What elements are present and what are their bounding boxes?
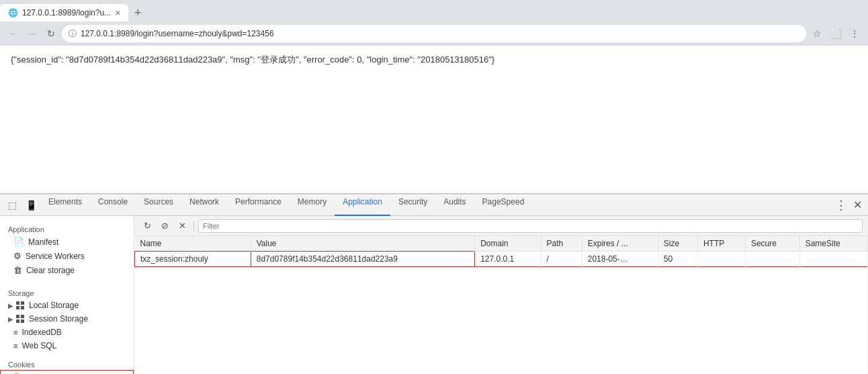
devtools-panel: ⬚ 📱 Elements Console Sources Network Per…: [0, 194, 868, 374]
tab-memory[interactable]: Memory: [290, 194, 335, 216]
sidebar-item-session-storage[interactable]: ▶ Session Storage: [0, 312, 134, 326]
refresh-cookies-button[interactable]: ↻: [140, 219, 155, 233]
col-header-domain: Domain: [475, 236, 541, 252]
back-button[interactable]: ←: [5, 26, 21, 42]
sidebar-item-service-workers[interactable]: ⚙ Service Workers: [0, 249, 134, 263]
cookie-value-cell: 8d7d0789f14b354d22d36811dad223a9: [251, 252, 474, 267]
tab-title: 127.0.0.1:8989/login?u...: [22, 8, 111, 17]
manifest-icon: 📄: [13, 237, 24, 247]
cookies-table: Name Value Domain Path Expires / ... Siz…: [134, 236, 868, 374]
sidebar-item-clear-storage-label: Clear storage: [26, 266, 75, 275]
toolbar-separator: [193, 221, 194, 231]
sidebar-item-cookies-url[interactable]: 🍪 http://127.0.0.1:8989: [0, 370, 134, 374]
session-storage-expand-icon: ▶: [8, 315, 13, 323]
cookie-secure-cell: [745, 252, 799, 267]
page-json-output: {"session_id": "8d7d0789f14b354d22d36811…: [11, 54, 494, 65]
active-tab[interactable]: 🌐 127.0.0.1:8989/login?u... ×: [0, 4, 128, 22]
refresh-button[interactable]: ↻: [43, 26, 59, 42]
table-row-empty: [135, 267, 868, 375]
cookies-section-title: Cookies: [0, 357, 134, 370]
devtools-body: Application 📄 Manifest ⚙ Service Workers…: [0, 216, 868, 374]
page-content-area: {"session_id": "8d7d0789f14b354d22d36811…: [0, 46, 868, 194]
table-header-row: Name Value Domain Path Expires / ... Siz…: [135, 236, 868, 252]
devtools-mobile-button[interactable]: 📱: [21, 196, 40, 215]
sidebar-item-local-storage-label: Local Storage: [29, 301, 79, 310]
sidebar-item-session-storage-label: Session Storage: [29, 314, 88, 324]
session-storage-grid-icon: [16, 315, 25, 324]
tab-bar: 🌐 127.0.0.1:8989/login?u... × +: [0, 0, 868, 22]
cookie-expires-cell: 2018-05-…: [582, 252, 658, 267]
tab-network[interactable]: Network: [181, 194, 227, 216]
clear-cookies-button[interactable]: ✕: [175, 219, 189, 233]
col-header-samesite: SameSite: [799, 236, 867, 252]
extension-button[interactable]: ⬜: [828, 26, 844, 42]
sidebar-item-manifest-label: Manifest: [28, 237, 58, 247]
clear-storage-icon: 🗑: [13, 265, 22, 275]
sidebar-item-clear-storage[interactable]: 🗑 Clear storage: [0, 263, 134, 277]
tab-close-button[interactable]: ×: [115, 7, 120, 18]
local-storage-grid-icon: [16, 301, 25, 310]
web-sql-icon: ≡: [13, 342, 17, 350]
storage-section-title: Storage: [0, 285, 134, 299]
cookie-http-cell: [697, 252, 745, 267]
col-header-path: Path: [541, 236, 582, 252]
col-header-secure: Secure: [745, 236, 799, 252]
devtools-sidebar: Application 📄 Manifest ⚙ Service Workers…: [0, 216, 134, 374]
tab-console[interactable]: Console: [90, 194, 136, 216]
forward-button[interactable]: →: [24, 26, 40, 42]
table-row[interactable]: txz_session:zhouly 8d7d0789f14b354d22d36…: [135, 252, 868, 267]
new-tab-button[interactable]: +: [128, 4, 147, 22]
cookie-size-cell: 50: [658, 252, 697, 267]
col-header-size: Size: [658, 236, 697, 252]
tab-audits[interactable]: Audits: [435, 194, 474, 216]
cookie-samesite-cell: [799, 252, 867, 267]
devtools-inspect-button[interactable]: ⬚: [3, 196, 21, 215]
security-icon: ⓘ: [69, 28, 77, 40]
sidebar-item-local-storage[interactable]: ▶ Local Storage: [0, 299, 134, 312]
tab-performance[interactable]: Performance: [227, 194, 290, 216]
block-cookies-button[interactable]: ⊘: [157, 219, 172, 233]
sidebar-item-service-workers-label: Service Workers: [26, 252, 85, 261]
sidebar-item-web-sql[interactable]: ≡ Web SQL: [0, 339, 134, 352]
col-header-name: Name: [135, 236, 251, 252]
cookie-name-cell: txz_session:zhouly: [135, 252, 251, 267]
filter-input[interactable]: [198, 219, 863, 233]
address-input[interactable]: [81, 25, 799, 42]
sidebar-item-indexeddb-label: IndexedDB: [21, 328, 61, 337]
chrome-menu-button[interactable]: ⋮: [847, 26, 863, 42]
application-section-title: Application: [0, 221, 134, 235]
col-header-expires: Expires / ...: [582, 236, 658, 252]
cookies-table-area: Name Value Domain Path Expires / ... Siz…: [134, 236, 868, 374]
col-header-value: Value: [251, 236, 474, 252]
devtools-tab-bar: ⬚ 📱 Elements Console Sources Network Per…: [0, 194, 868, 216]
col-header-http: HTTP: [697, 236, 745, 252]
cookie-path-cell: /: [541, 252, 582, 267]
cookie-domain-cell: 127.0.0.1: [475, 252, 541, 267]
main-content-panel: ↻ ⊘ ✕ Name Value Domain Path Expires / .…: [134, 216, 868, 374]
sidebar-item-indexeddb[interactable]: ≡ IndexedDB: [0, 326, 134, 339]
devtools-close-button[interactable]: ✕: [849, 197, 865, 213]
tab-elements[interactable]: Elements: [40, 194, 90, 216]
sidebar-item-manifest[interactable]: 📄 Manifest: [0, 235, 134, 249]
tab-pagespeed[interactable]: PageSpeed: [474, 194, 533, 216]
devtools-more-button[interactable]: ⋮: [833, 197, 849, 213]
tab-application[interactable]: Application: [335, 194, 390, 216]
tab-security[interactable]: Security: [390, 194, 435, 216]
address-bar-row: ← → ↻ ⓘ ☆ ⬜ ⋮: [0, 22, 868, 46]
tab-sources[interactable]: Sources: [136, 194, 181, 216]
sidebar-item-web-sql-label: Web SQL: [21, 341, 56, 350]
bookmark-button[interactable]: ☆: [809, 26, 825, 42]
cookie-toolbar: ↻ ⊘ ✕: [134, 216, 868, 236]
tab-favicon: 🌐: [8, 8, 18, 17]
indexeddb-icon: ≡: [13, 328, 17, 336]
service-workers-icon: ⚙: [13, 251, 21, 261]
local-storage-expand-icon: ▶: [8, 302, 13, 309]
